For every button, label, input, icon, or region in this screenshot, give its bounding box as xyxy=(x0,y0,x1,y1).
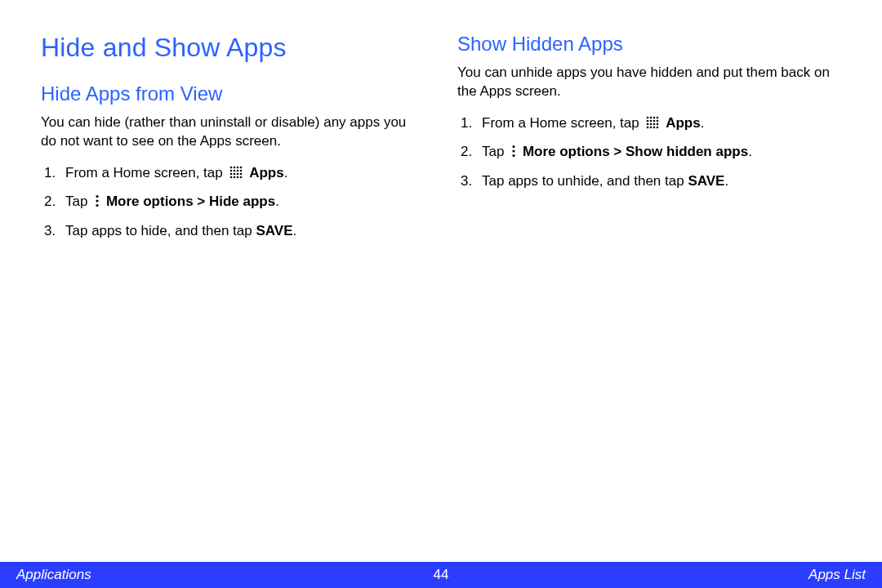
svg-point-37 xyxy=(513,154,515,157)
svg-point-4 xyxy=(230,170,233,172)
step-item: Tap apps to hide, and then tap SAVE. xyxy=(44,220,425,242)
apps-grid-icon xyxy=(646,116,659,129)
section-heading-hide: Hide Apps from View xyxy=(41,82,425,105)
right-column: Show Hidden Apps You can unhide apps you… xyxy=(457,33,841,249)
apps-grid-icon xyxy=(229,166,243,179)
more-options-icon xyxy=(511,145,516,158)
svg-point-22 xyxy=(657,117,659,119)
svg-point-16 xyxy=(96,195,99,198)
svg-point-15 xyxy=(240,176,243,179)
step-text-tail: . xyxy=(724,173,728,189)
svg-point-35 xyxy=(513,145,515,148)
step-text-tail: . xyxy=(275,194,279,209)
step-text-tail: . xyxy=(701,115,705,131)
step-bold-text: More options > Show hidden apps xyxy=(523,144,748,159)
step-item: From a Home screen, tap Apps. xyxy=(461,113,841,134)
more-options-icon xyxy=(95,194,100,207)
svg-point-36 xyxy=(513,150,515,153)
svg-point-21 xyxy=(653,117,656,119)
svg-point-19 xyxy=(647,117,649,119)
svg-point-12 xyxy=(230,176,233,179)
step-text: Tap xyxy=(482,144,508,159)
svg-point-30 xyxy=(657,123,659,126)
svg-point-33 xyxy=(653,127,656,129)
svg-point-10 xyxy=(237,173,239,176)
step-text-tail: . xyxy=(293,223,297,238)
svg-point-20 xyxy=(650,117,653,119)
show-steps-list: From a Home screen, tap Apps.Tap More op… xyxy=(457,113,841,192)
step-text: Tap apps to unhide, and then tap xyxy=(482,173,688,189)
step-item: Tap apps to unhide, and then tap SAVE. xyxy=(461,171,841,192)
step-text: Tap xyxy=(65,194,91,209)
footer-left: Applications xyxy=(16,567,91,583)
section-heading-show: Show Hidden Apps xyxy=(457,33,841,56)
step-text: Tap apps to hide, and then tap xyxy=(65,223,256,238)
svg-point-29 xyxy=(653,123,656,126)
show-intro-text: You can unhide apps you have hidden and … xyxy=(457,64,841,101)
page-title: Hide and Show Apps xyxy=(41,33,425,63)
step-item: From a Home screen, tap Apps. xyxy=(44,163,425,184)
footer-page-number: 44 xyxy=(434,567,449,583)
svg-point-0 xyxy=(230,167,233,169)
footer-right: Apps List xyxy=(808,567,866,583)
svg-point-31 xyxy=(647,127,649,129)
step-bold-text: SAVE xyxy=(688,173,724,189)
step-bold-text: Apps xyxy=(666,115,701,131)
svg-point-1 xyxy=(234,167,236,169)
svg-point-28 xyxy=(650,123,653,126)
svg-point-6 xyxy=(237,170,239,172)
page-footer: Applications 44 Apps List xyxy=(0,562,882,588)
svg-point-14 xyxy=(237,176,239,179)
svg-point-7 xyxy=(240,170,243,172)
svg-point-9 xyxy=(234,173,236,176)
svg-point-25 xyxy=(653,120,656,122)
svg-point-13 xyxy=(234,176,236,179)
step-item: Tap More options > Hide apps. xyxy=(44,191,425,212)
svg-point-17 xyxy=(96,200,99,203)
svg-point-5 xyxy=(234,170,236,172)
svg-point-3 xyxy=(240,167,243,169)
manual-page: Hide and Show Apps Hide Apps from View Y… xyxy=(0,0,882,588)
svg-point-2 xyxy=(237,167,239,169)
step-bold-text: More options > Hide apps xyxy=(106,194,275,209)
svg-point-26 xyxy=(657,120,659,122)
hide-steps-list: From a Home screen, tap Apps.Tap More op… xyxy=(41,163,425,242)
svg-point-24 xyxy=(650,120,653,122)
step-item: Tap More options > Show hidden apps. xyxy=(461,141,841,163)
svg-point-18 xyxy=(96,204,99,207)
two-column-layout: Hide and Show Apps Hide Apps from View Y… xyxy=(41,33,841,249)
svg-point-11 xyxy=(240,173,243,176)
svg-point-34 xyxy=(657,127,659,129)
svg-point-23 xyxy=(647,120,649,122)
step-text-tail: . xyxy=(748,144,752,159)
svg-point-27 xyxy=(647,123,649,126)
svg-point-32 xyxy=(650,127,653,129)
step-text: From a Home screen, tap xyxy=(65,165,226,180)
left-column: Hide and Show Apps Hide Apps from View Y… xyxy=(41,33,425,249)
step-text-tail: . xyxy=(284,165,288,180)
step-bold-text: Apps xyxy=(249,165,284,180)
svg-point-8 xyxy=(230,173,233,176)
hide-intro-text: You can hide (rather than uninstall or d… xyxy=(41,114,425,151)
step-bold-text: SAVE xyxy=(256,223,292,238)
step-text: From a Home screen, tap xyxy=(482,115,643,131)
